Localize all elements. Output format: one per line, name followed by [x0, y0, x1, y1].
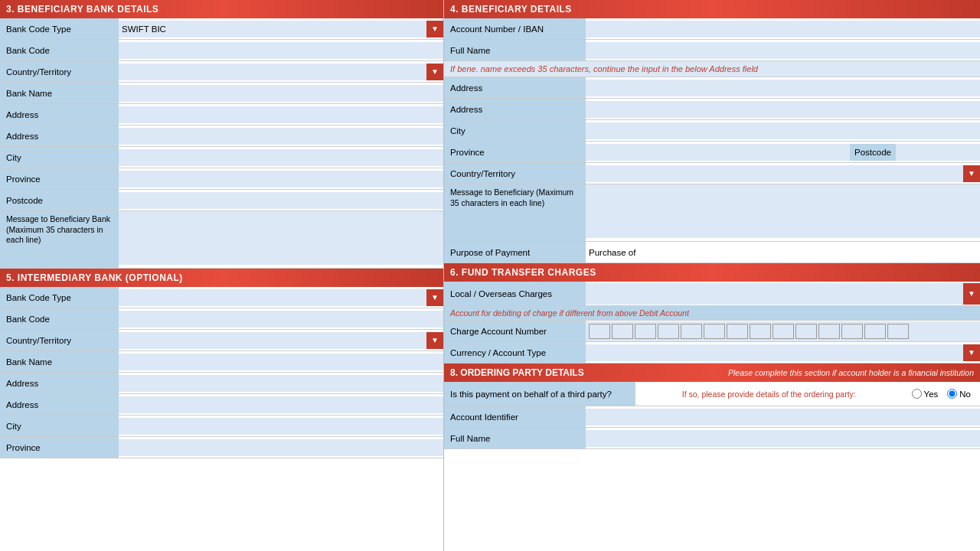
bank-code-input[interactable] [119, 42, 443, 59]
full-name-input-s4[interactable] [586, 42, 980, 59]
purpose-input[interactable] [586, 244, 980, 261]
full-name-label-s4: Full Name [444, 40, 586, 60]
bank-name-label: Bank Name [0, 83, 119, 103]
msg-bank-label: Message to Beneficiary Bank (Maximum 35 … [0, 211, 119, 268]
charge-box-9[interactable] [773, 324, 794, 339]
s5-country-label: Country/Territory [0, 330, 119, 350]
yes-no-radio-group: Yes No [903, 389, 980, 399]
city-label-s3: City [0, 147, 119, 168]
charge-box-11[interactable] [818, 324, 840, 339]
s5-country-select-wrap[interactable]: ▼ [119, 332, 443, 349]
address2-input-s3[interactable] [119, 128, 443, 145]
s5-bank-name-input[interactable] [119, 354, 443, 370]
country-territory-select-wrap-s3[interactable]: ▼ [119, 64, 443, 80]
s8-full-name-input[interactable] [586, 430, 980, 447]
section-3-title: 3. BENEFICIARY BANK DETAILS [6, 4, 158, 15]
msg-bank-textarea[interactable] [119, 211, 443, 265]
s5-bank-code-type-select-wrap[interactable]: ▼ [119, 289, 443, 306]
s5-city-input[interactable] [119, 418, 443, 435]
s5-bank-code-label: Bank Code [0, 308, 119, 329]
account-identifier-label: Account Identifier [444, 406, 586, 427]
s4-address1-input[interactable] [586, 80, 980, 96]
local-overseas-select[interactable] [586, 283, 980, 305]
section-4-header: 4. BENEFICIARY DETAILS [444, 0, 980, 18]
s5-city-label: City [0, 416, 119, 436]
local-overseas-select-wrap[interactable]: ▼ [586, 283, 980, 305]
third-party-question: Is this payment on behalf of a third par… [444, 382, 635, 406]
s4-msg-textarea[interactable] [586, 184, 980, 238]
s5-bank-code-type-select[interactable] [119, 289, 443, 306]
s5-bank-name-label: Bank Name [0, 351, 119, 372]
province-input-s3[interactable] [119, 171, 443, 187]
s4-address1-label: Address [444, 77, 586, 98]
s5-province-input[interactable] [119, 439, 443, 456]
postcode-input-s3[interactable] [119, 192, 443, 209]
currency-account-select-wrap[interactable]: ▼ [586, 344, 980, 361]
bene-name-info-text: If bene. name exceeds 35 characters, con… [444, 61, 980, 77]
yes-radio-label[interactable]: Yes [912, 389, 939, 399]
charge-box-8[interactable] [750, 324, 771, 339]
charge-box-5[interactable] [681, 324, 702, 339]
s4-address2-label: Address [444, 99, 586, 119]
account-identifier-input[interactable] [586, 409, 980, 425]
postcode-sublabel: Postcode [850, 144, 896, 161]
section-5-header: 5. INTERMEDIARY BANK (OPTIONAL) [0, 269, 443, 287]
s5-country-select[interactable] [119, 332, 443, 349]
s4-country-select-wrap[interactable]: ▼ [586, 165, 980, 182]
s5-bank-code-input[interactable] [119, 311, 443, 328]
s5-province-label: Province [0, 437, 119, 458]
address1-input-s3[interactable] [119, 106, 443, 123]
section-6-header: 6. FUND TRANSFER CHARGES [444, 263, 980, 282]
s4-address2-input[interactable] [586, 101, 980, 118]
country-territory-select-s3[interactable] [119, 64, 443, 80]
s5-address1-label: Address [0, 373, 119, 393]
s4-province-label: Province [444, 142, 586, 162]
section-5-title: 5. INTERMEDIARY BANK (OPTIONAL) [6, 272, 183, 283]
charge-box-10[interactable] [795, 324, 817, 339]
s4-province-input[interactable] [586, 144, 850, 161]
bank-code-label: Bank Code [0, 40, 119, 60]
charge-box-4[interactable] [658, 324, 679, 339]
country-territory-label-s3: Country/Territory [0, 61, 119, 82]
no-radio[interactable] [947, 389, 957, 399]
currency-account-label: Currency / Account Type [444, 342, 586, 363]
charge-account-label: Charge Account Number [444, 321, 586, 341]
currency-account-select[interactable] [586, 344, 980, 361]
charge-box-7[interactable] [727, 324, 748, 339]
purpose-label: Purpose of Payment [444, 242, 586, 262]
s5-address2-input[interactable] [119, 396, 443, 413]
bank-code-type-select[interactable]: SWIFT BIC [119, 21, 443, 37]
s5-bank-code-type-label: Bank Code Type [0, 287, 119, 308]
s4-msg-label: Message to Beneficiary (Maximum 35 chara… [444, 184, 586, 241]
account-number-input[interactable] [586, 21, 980, 37]
s4-city-label: City [444, 120, 586, 141]
charge-box-2[interactable] [612, 324, 633, 339]
charge-account-info: Account for debiting of charge if differ… [444, 306, 980, 321]
bank-code-type-select-wrap[interactable]: SWIFT BIC ▼ [119, 21, 443, 37]
section-6-title: 6. FUND TRANSFER CHARGES [450, 267, 596, 278]
charge-box-14[interactable] [887, 324, 909, 339]
charge-box-6[interactable] [704, 324, 725, 339]
s4-postcode-extra-input[interactable] [957, 144, 980, 161]
section-3-header: 3. BENEFICIARY BANK DETAILS [0, 0, 443, 18]
s4-postcode-input[interactable] [896, 144, 957, 161]
s4-country-label: Country/Territory [444, 163, 586, 184]
section-8-title: 8. ORDERING PARTY DETAILS [444, 364, 590, 382]
section-8-info: Please complete this section if account … [590, 364, 980, 381]
charge-box-12[interactable] [841, 324, 863, 339]
city-input-s3[interactable] [119, 149, 443, 166]
local-overseas-label: Local / Overseas Charges [444, 282, 586, 305]
charge-box-1[interactable] [589, 324, 610, 339]
s5-address1-input[interactable] [119, 375, 443, 392]
section-8-header: 8. ORDERING PARTY DETAILS Please complet… [444, 364, 980, 382]
yes-radio[interactable] [912, 389, 922, 399]
bank-name-input[interactable] [119, 85, 443, 102]
s5-address2-label: Address [0, 394, 119, 415]
s4-city-input[interactable] [586, 122, 980, 139]
charge-box-13[interactable] [864, 324, 886, 339]
charge-box-3[interactable] [635, 324, 656, 339]
address2-label-s3: Address [0, 126, 119, 146]
s4-country-select[interactable] [586, 165, 980, 182]
no-radio-label[interactable]: No [947, 389, 971, 399]
address1-label-s3: Address [0, 104, 119, 125]
